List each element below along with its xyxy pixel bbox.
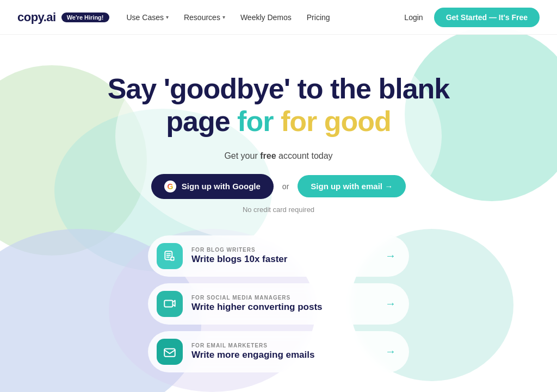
- hero-title-page: page: [166, 105, 230, 137]
- feature-card-blog[interactable]: FOR BLOG WRITERS Write blogs 10x faster …: [148, 235, 409, 277]
- email-feature-text: FOR EMAIL MARKETERS Write more engaging …: [191, 343, 376, 360]
- chevron-down-icon: ▾: [166, 14, 169, 20]
- svg-rect-8: [164, 349, 175, 356]
- social-feature-title: Write higher converting posts: [191, 302, 376, 313]
- blog-feature-text: FOR BLOG WRITERS Write blogs 10x faster: [191, 247, 376, 265]
- hero-buttons: G Sign up with Google or Sign up with em…: [0, 174, 557, 199]
- blog-icon-wrap: [157, 243, 183, 269]
- email-signup-button[interactable]: Sign up with email →: [298, 175, 406, 197]
- logo-group: copy.ai We're Hiring!: [17, 10, 109, 24]
- email-feature-title: Write more engaging emails: [191, 350, 376, 360]
- nav-right: Login Get Started — It's Free: [404, 8, 540, 27]
- blog-arrow-icon: →: [385, 250, 396, 262]
- get-started-button[interactable]: Get Started — It's Free: [434, 8, 540, 27]
- email-icon: [163, 345, 177, 359]
- nav-links: Use Cases ▾ Resources ▾ Weekly Demos Pri…: [127, 13, 405, 22]
- hero-subtitle: Get your free account today: [0, 151, 557, 161]
- no-credit-card-text: No credit card required: [0, 206, 557, 214]
- social-feature-text: FOR SOCIAL MEDIA MANAGERS Write higher c…: [191, 295, 376, 313]
- email-feature-label: FOR EMAIL MARKETERS: [191, 343, 376, 349]
- nav-use-cases[interactable]: Use Cases ▾: [127, 13, 169, 22]
- nav-pricing[interactable]: Pricing: [307, 13, 330, 22]
- chevron-down-icon: ▾: [222, 14, 225, 20]
- google-icon: G: [164, 181, 176, 192]
- login-button[interactable]: Login: [404, 13, 423, 22]
- hero-section: Say 'goodbye' to the blank page for for …: [0, 35, 557, 214]
- or-separator: or: [282, 182, 289, 191]
- feature-card-social[interactable]: FOR SOCIAL MEDIA MANAGERS Write higher c…: [148, 283, 409, 325]
- blog-feature-title: Write blogs 10x faster: [191, 254, 376, 265]
- hero-title-good: for good: [281, 105, 391, 137]
- logo-text[interactable]: copy.ai: [17, 10, 56, 24]
- nav-weekly-demos[interactable]: Weekly Demos: [240, 13, 292, 22]
- svg-rect-7: [164, 300, 172, 307]
- social-arrow-icon: →: [385, 297, 396, 310]
- features-section: FOR BLOG WRITERS Write blogs 10x faster …: [0, 235, 557, 372]
- email-arrow-icon: →: [385, 345, 396, 358]
- feature-card-email[interactable]: FOR EMAIL MARKETERS Write more engaging …: [148, 331, 409, 372]
- nav-resources[interactable]: Resources ▾: [184, 13, 225, 22]
- blog-feature-label: FOR BLOG WRITERS: [191, 247, 376, 253]
- blog-icon: [163, 249, 177, 263]
- navbar: copy.ai We're Hiring! Use Cases ▾ Resour…: [0, 0, 557, 35]
- google-signup-button[interactable]: G Sign up with Google: [151, 174, 274, 199]
- hero-title: Say 'goodbye' to the blank page for for …: [88, 73, 469, 138]
- hiring-badge[interactable]: We're Hiring!: [61, 13, 109, 22]
- hero-title-for: for: [237, 105, 281, 137]
- email-icon-wrap: [157, 339, 183, 365]
- social-feature-label: FOR SOCIAL MEDIA MANAGERS: [191, 295, 376, 301]
- social-icon-wrap: [157, 291, 183, 317]
- social-icon: [163, 297, 177, 311]
